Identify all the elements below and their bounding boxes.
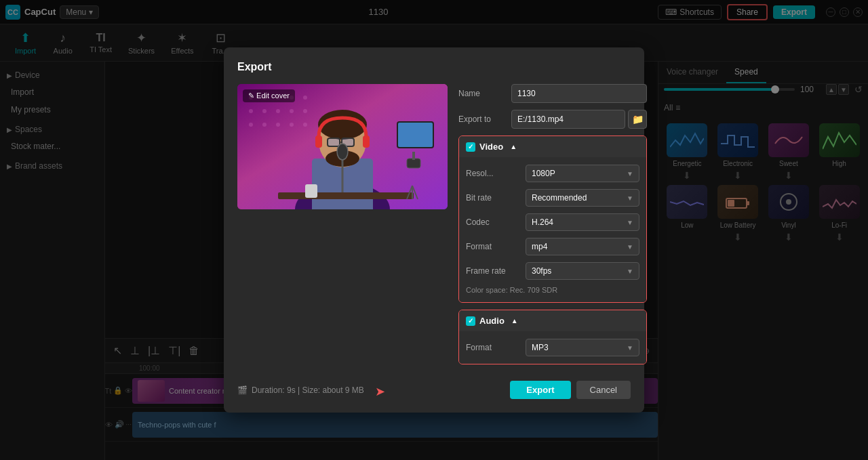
- name-field-row: Name: [458, 84, 647, 103]
- svg-point-11: [249, 109, 253, 113]
- svg-point-13: [276, 109, 280, 113]
- svg-point-19: [290, 123, 294, 127]
- audio-format-row: Format MP3 ▼: [466, 335, 639, 360]
- audio-section-header[interactable]: ✓ Audio ▲: [459, 310, 646, 331]
- dialog-settings: Name Export to 📁 ✓ Video ▲: [458, 84, 647, 371]
- codec-label: Codec: [466, 217, 520, 227]
- svg-rect-33: [278, 192, 414, 199]
- bitrate-select[interactable]: Recommended ▼: [526, 189, 639, 207]
- svg-point-16: [249, 123, 253, 127]
- film-icon: 🎬: [237, 385, 248, 395]
- folder-button[interactable]: 📁: [628, 110, 647, 129]
- export-to-field-row: Export to 📁: [458, 110, 647, 129]
- bitrate-label: Bit rate: [466, 193, 520, 203]
- arrow-indicator: ➤: [375, 384, 385, 399]
- format-row: Format mp4 ▼: [466, 234, 639, 259]
- duration-info: 🎬 Duration: 9s | Size: about 9 MB ➤: [237, 383, 385, 398]
- edit-cover-button[interactable]: ✎ Edit cover: [243, 89, 295, 102]
- video-format-select[interactable]: mp4 ▼: [526, 238, 639, 255]
- svg-point-15: [303, 109, 307, 113]
- video-section-content: Resol... 1080P ▼ Bit rate Recommended: [459, 157, 646, 302]
- svg-point-14: [290, 109, 294, 113]
- svg-rect-35: [412, 152, 415, 160]
- dialog-title: Export: [237, 61, 631, 73]
- video-collapse-icon: ▲: [510, 143, 517, 150]
- audio-section-content: Format MP3 ▼: [459, 331, 646, 364]
- name-input[interactable]: [511, 84, 647, 103]
- preview-image: ✎ Edit cover: [237, 84, 448, 209]
- resolution-label: Resol...: [466, 169, 520, 178]
- video-section-header[interactable]: ✓ Video ▲: [459, 136, 646, 157]
- dialog-body: ✎ Edit cover Name Export to 📁: [237, 84, 631, 371]
- svg-rect-30: [363, 135, 370, 148]
- export-dialog: Export: [224, 47, 644, 413]
- framerate-label: Frame rate: [466, 266, 520, 276]
- color-space-text: Color space: Rec. 709 SDR: [466, 283, 639, 298]
- cancel-button[interactable]: Cancel: [576, 381, 631, 399]
- svg-point-18: [276, 123, 280, 127]
- svg-point-17: [262, 123, 267, 127]
- resolution-arrow: ▼: [627, 170, 633, 177]
- video-section: ✓ Video ▲ Resol... 1080P ▼: [458, 135, 647, 303]
- video-format-arrow: ▼: [627, 243, 633, 251]
- dialog-footer: 🎬 Duration: 9s | Size: about 9 MB ➤ Expo…: [237, 381, 631, 399]
- audio-format-label: Format: [466, 343, 520, 352]
- svg-point-32: [337, 144, 348, 160]
- svg-rect-26: [328, 138, 340, 146]
- dialog-overlay: Export: [0, 0, 868, 460]
- bitrate-arrow: ▼: [627, 194, 633, 202]
- export-to-label: Export to: [458, 114, 506, 124]
- export-to-input-row: 📁: [511, 110, 647, 129]
- resolution-row: Resol... 1080P ▼: [466, 161, 639, 186]
- video-format-label: Format: [466, 242, 520, 251]
- svg-rect-29: [315, 135, 322, 148]
- svg-rect-34: [407, 159, 420, 168]
- name-label: Name: [458, 89, 506, 98]
- bitrate-row: Bit rate Recommended ▼: [466, 186, 639, 210]
- audio-format-arrow: ▼: [627, 344, 633, 352]
- resolution-select[interactable]: 1080P ▼: [526, 165, 639, 182]
- audio-format-select[interactable]: MP3 ▼: [526, 339, 639, 356]
- export-confirm-button[interactable]: Export: [510, 381, 570, 399]
- svg-rect-40: [398, 123, 433, 147]
- audio-collapse-icon: ▲: [511, 317, 518, 325]
- svg-rect-41: [305, 184, 317, 198]
- duration-text: Duration: 9s | Size: about 9 MB: [252, 385, 364, 395]
- export-to-input[interactable]: [511, 110, 625, 129]
- svg-point-10: [303, 96, 307, 100]
- footer-buttons: Export Cancel: [510, 381, 631, 399]
- dialog-preview: ✎ Edit cover: [237, 84, 448, 371]
- video-check[interactable]: ✓: [466, 142, 475, 152]
- svg-point-24: [318, 110, 367, 140]
- svg-point-12: [262, 109, 267, 113]
- svg-point-20: [303, 123, 307, 127]
- audio-check[interactable]: ✓: [466, 316, 475, 326]
- audio-section: ✓ Audio ▲ Format MP3 ▼: [458, 310, 647, 364]
- framerate-row: Frame rate 30fps ▼: [466, 259, 639, 283]
- framerate-arrow: ▼: [627, 268, 633, 275]
- codec-arrow: ▼: [627, 219, 633, 226]
- codec-row: Codec H.264 ▼: [466, 210, 639, 234]
- framerate-select[interactable]: 30fps ▼: [526, 262, 639, 280]
- codec-select[interactable]: H.264 ▼: [526, 213, 639, 231]
